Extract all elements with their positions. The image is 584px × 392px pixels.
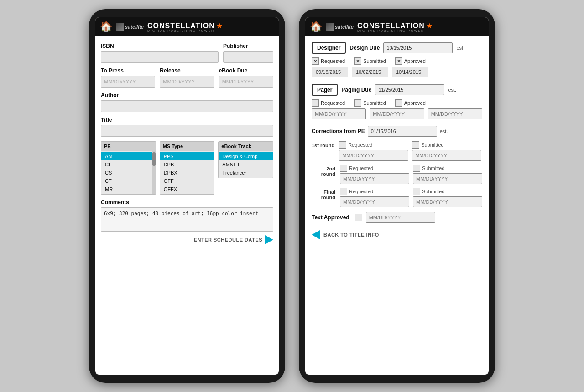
round2-requested-date[interactable] — [340, 173, 409, 184]
ebook-item-freelancer[interactable]: Freelancer — [219, 169, 273, 177]
designer-submitted-check[interactable]: Submitted — [354, 57, 386, 65]
right-phone-screen: 🏠 satellite CONSTELLATION ★ DIGITAL PUBL… — [305, 17, 489, 375]
pe-scrollbar[interactable] — [152, 151, 156, 194]
round2-submitted-checkbox[interactable] — [413, 165, 420, 172]
round1-submitted-field: Submitted — [412, 141, 481, 161]
title-input[interactable] — [101, 125, 273, 137]
left-header: 🏠 satellite CONSTELLATION ★ DIGITAL PUBL… — [95, 17, 279, 36]
final-requested-check[interactable]: Requested — [340, 188, 409, 195]
final-requested-date[interactable] — [340, 196, 409, 207]
pager-requested-checkbox[interactable] — [312, 99, 319, 107]
pager-approved-label: Approved — [404, 100, 426, 106]
enter-schedule-button[interactable]: ENTER SCHEDULE DATES — [194, 235, 273, 244]
enter-schedule-label: ENTER SCHEDULE DATES — [194, 237, 262, 242]
final-submitted-label: Submitted — [422, 189, 445, 194]
pe-item-cs[interactable]: CS — [101, 169, 152, 177]
ms-type-select[interactable]: MS Type PPS DPB DPBX OFF OFFX — [160, 141, 215, 195]
pe-scroll-thumb — [152, 152, 156, 166]
ebook-due-input[interactable] — [219, 76, 273, 88]
pe-item-cl[interactable]: CL — [101, 160, 152, 169]
corrections-label: Corrections from PE — [312, 128, 365, 134]
back-btn-row: BACK TO TITLE INFO — [312, 230, 482, 239]
left-phone: 🏠 satellite CONSTELLATION ★ DIGITAL PUBL… — [89, 9, 285, 383]
designer-requested-label: Requested — [321, 58, 345, 64]
final-requested-checkbox[interactable] — [340, 188, 347, 195]
ms-item-offx[interactable]: OFFX — [160, 185, 214, 193]
round2-submitted-date[interactable] — [413, 173, 482, 184]
author-group: Author — [101, 92, 273, 112]
right-satellite-label: satellite — [335, 24, 354, 30]
ebook-item-design[interactable]: Design & Comp — [219, 152, 273, 160]
pager-approved-checkbox[interactable] — [395, 99, 402, 107]
pager-button[interactable]: Pager — [312, 84, 338, 96]
corrections-date-input[interactable] — [368, 126, 437, 137]
pager-requested-check[interactable]: Requested — [312, 99, 345, 107]
designer-approved-checkbox[interactable] — [395, 57, 402, 65]
pe-item-am[interactable]: AM — [101, 152, 152, 160]
right-home-icon[interactable]: 🏠 — [310, 21, 322, 33]
ms-item-pps[interactable]: PPS — [160, 152, 214, 160]
comments-textarea[interactable]: 6x9; 320 pages; 40 pieces of art; 16pp c… — [101, 207, 273, 232]
pe-item-ct[interactable]: CT — [101, 177, 152, 185]
round1-submitted-date[interactable] — [412, 150, 481, 161]
publisher-label: Publisher — [223, 43, 273, 49]
pe-col: PE AM CL CS CT MR — [101, 141, 156, 195]
ebook-track-select[interactable]: eBook Track Design & Comp AMNET Freelanc… — [218, 141, 273, 178]
to-press-input[interactable] — [101, 76, 155, 88]
round1-submitted-checkbox[interactable] — [412, 141, 419, 149]
round2-requested-checkbox[interactable] — [340, 165, 347, 172]
round2-submitted-check[interactable]: Submitted — [413, 165, 482, 172]
round1-requested-check[interactable]: Requested — [339, 141, 408, 149]
pe-list: AM CL CS CT MR — [101, 151, 152, 194]
isbn-input[interactable] — [101, 51, 219, 63]
ms-item-off[interactable]: OFF — [160, 177, 214, 185]
pe-item-mr[interactable]: MR — [101, 185, 152, 193]
home-icon[interactable]: 🏠 — [100, 21, 112, 33]
back-to-title-button[interactable]: BACK TO TITLE INFO — [323, 232, 379, 237]
pager-requested-date[interactable] — [312, 108, 366, 119]
ebook-due-group: eBook Due — [219, 67, 273, 88]
corrections-est-label: est. — [440, 129, 448, 134]
ms-item-dpb[interactable]: DPB — [160, 160, 214, 169]
text-approved-checkbox[interactable] — [355, 214, 362, 221]
design-due-input[interactable] — [383, 42, 453, 53]
pager-approved-date[interactable] — [428, 108, 482, 119]
round2-requested-check[interactable]: Requested — [340, 165, 409, 172]
round1-requested-checkbox[interactable] — [339, 141, 346, 149]
final-submitted-date[interactable] — [413, 196, 482, 207]
pager-submitted-check[interactable]: Submitted — [354, 99, 386, 107]
designer-requested-check[interactable]: Requested — [312, 57, 345, 65]
ms-item-dpbx[interactable]: DPBX — [160, 169, 214, 177]
author-input[interactable] — [101, 100, 273, 112]
ebook-track-col: eBook Track Design & Comp AMNET Freelanc… — [218, 141, 273, 195]
publisher-input[interactable] — [223, 51, 273, 63]
paging-due-label: Paging Due — [341, 87, 371, 93]
paging-due-input[interactable] — [375, 84, 444, 95]
final-round-section: Final round Requested — [312, 188, 482, 207]
pe-select[interactable]: PE AM CL CS CT MR — [101, 141, 156, 195]
round1-requested-date[interactable] — [339, 150, 408, 161]
title-group: Title — [101, 117, 273, 137]
ms-type-list: PPS DPB DPBX OFF OFFX — [160, 151, 214, 194]
pager-submitted-checkbox[interactable] — [354, 99, 361, 107]
satellite-cube-icon — [116, 23, 124, 31]
designer-requested-checkbox[interactable] — [312, 57, 319, 65]
pager-approved-check[interactable]: Approved — [395, 99, 426, 107]
designer-approved-date: 10/14/2015 — [392, 67, 428, 77]
designer-section-row: Designer Design Due est. — [312, 42, 482, 54]
ebook-item-amnet[interactable]: AMNET — [219, 160, 273, 169]
ms-type-col: MS Type PPS DPB DPBX OFF OFFX — [160, 141, 215, 195]
round1-submitted-check[interactable]: Submitted — [412, 141, 481, 149]
designer-button[interactable]: Designer — [312, 42, 346, 54]
comments-label: Comments — [101, 199, 273, 206]
isbn-publisher-row: ISBN Publisher — [101, 43, 273, 63]
designer-submitted-checkbox[interactable] — [354, 57, 361, 65]
release-input[interactable] — [160, 76, 214, 88]
text-approved-date[interactable] — [366, 212, 435, 223]
final-submitted-check[interactable]: Submitted — [413, 188, 482, 195]
right-screen-content: Designer Design Due est. Requested Submi… — [305, 36, 489, 245]
final-submitted-checkbox[interactable] — [413, 188, 420, 195]
right-constellation-logo: CONSTELLATION ★ DIGITAL PUBLISHING POWER — [357, 21, 433, 32]
pager-submitted-date[interactable] — [370, 108, 424, 119]
designer-approved-check[interactable]: Approved — [395, 57, 426, 65]
